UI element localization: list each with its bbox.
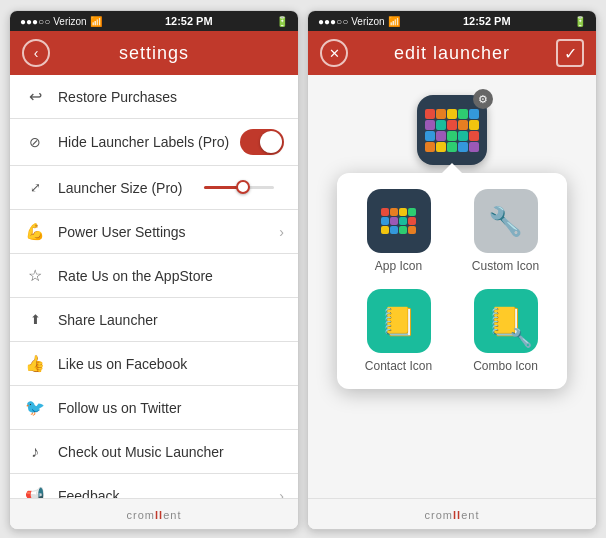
carrier-right: Verizon [351, 16, 384, 27]
twitter-icon: 🐦 [24, 397, 46, 419]
wifi-icon: 📶 [90, 16, 102, 27]
facebook-icon: 👍 [24, 353, 46, 375]
settings-item-power-user[interactable]: 💪 Power User Settings › [10, 210, 298, 254]
facebook-label: Like us on Facebook [58, 356, 284, 372]
combo-icon-option[interactable]: 📒 🔧 Combo Icon [460, 289, 551, 373]
toggle-hide-labels[interactable] [240, 129, 284, 155]
close-button[interactable]: ✕ [320, 39, 348, 67]
dot-17 [436, 142, 446, 152]
dot-13 [447, 131, 457, 141]
time-right: 12:52 PM [463, 15, 511, 27]
ag-dot-12 [408, 226, 416, 234]
signal-dots: ●●●○○ [20, 16, 50, 27]
back-button[interactable]: ‹ [22, 39, 50, 67]
wrench-icon: 🔧 [488, 205, 523, 238]
battery-icon: 🔋 [276, 16, 288, 27]
app-icon-preview [367, 189, 431, 253]
dot-3 [447, 109, 457, 119]
contact-icon-option[interactable]: 📒 Contact Icon [353, 289, 444, 373]
header-right-placeholder [258, 39, 286, 67]
ag-dot-2 [390, 208, 398, 216]
status-right-right: 🔋 [574, 16, 586, 27]
contact-icon-label: Contact Icon [365, 359, 432, 373]
settings-footer: cromllent [10, 498, 298, 529]
settings-item-restore[interactable]: ↩ Restore Purchases [10, 75, 298, 119]
dot-16 [425, 142, 435, 152]
ag-dot-10 [390, 226, 398, 234]
contact-icon-preview: 📒 [367, 289, 431, 353]
settings-item-twitter[interactable]: 🐦 Follow us on Twitter [10, 386, 298, 430]
gear-icon: ⚙ [478, 93, 488, 106]
app-icon-label: App Icon [375, 259, 422, 273]
custom-icon-label: Custom Icon [472, 259, 539, 273]
power-user-icon: 💪 [24, 221, 46, 243]
slider-thumb[interactable] [236, 180, 250, 194]
checkmark-icon: ✓ [564, 44, 577, 63]
settings-title: settings [50, 43, 258, 64]
settings-item-share[interactable]: ⬆ Share Launcher [10, 298, 298, 342]
settings-header: ‹ settings [10, 31, 298, 75]
hide-labels-icon: ⊘ [24, 131, 46, 153]
dot-6 [425, 120, 435, 130]
icon-chooser-panel: App Icon 🔧 Custom Icon 📒 Contact Icon [337, 173, 567, 389]
launcher-size-slider-container[interactable] [204, 186, 284, 189]
screens-wrapper: ●●●○○ Verizon 📶 12:52 PM 🔋 ‹ settings ↩ … [0, 0, 606, 538]
power-user-chevron: › [279, 224, 284, 240]
ag-dot-5 [381, 217, 389, 225]
status-left-right: ●●●○○ Verizon 📶 [318, 16, 400, 27]
gear-badge: ⚙ [473, 89, 493, 109]
edit-launcher-title: edit launcher [348, 43, 556, 64]
dot-10 [469, 120, 479, 130]
edit-launcher-footer: cromllent [308, 498, 596, 529]
dot-5 [469, 109, 479, 119]
dot-2 [436, 109, 446, 119]
toggle-switch-hide-labels[interactable] [240, 129, 284, 155]
dot-9 [458, 120, 468, 130]
brand-left: cromllent [127, 509, 182, 521]
twitter-label: Follow us on Twitter [58, 400, 284, 416]
ag-dot-4 [408, 208, 416, 216]
launcher-size-label: Launcher Size (Pro) [58, 180, 204, 196]
custom-icon-preview: 🔧 [474, 189, 538, 253]
dot-12 [436, 131, 446, 141]
dot-7 [436, 120, 446, 130]
restore-label: Restore Purchases [58, 89, 284, 105]
feedback-label: Feedback [58, 488, 279, 499]
launcher-size-icon: ⤢ [24, 177, 46, 199]
app-icon-grid [381, 208, 416, 234]
music-icon: ♪ [24, 441, 46, 463]
dot-4 [458, 109, 468, 119]
combo-icon-label: Combo Icon [473, 359, 538, 373]
power-user-label: Power User Settings [58, 224, 279, 240]
signal-dots-right: ●●●○○ [318, 16, 348, 27]
settings-item-hide-labels[interactable]: ⊘ Hide Launcher Labels (Pro) [10, 119, 298, 166]
status-left: ●●●○○ Verizon 📶 [20, 16, 102, 27]
settings-item-feedback[interactable]: 📢 Feedback › [10, 474, 298, 498]
dot-14 [458, 131, 468, 141]
settings-item-rate[interactable]: ☆ Rate Us on the AppStore [10, 254, 298, 298]
launcher-app-icon: ⚙ [417, 95, 487, 165]
settings-item-facebook[interactable]: 👍 Like us on Facebook [10, 342, 298, 386]
contact-icon-symbol: 📒 [381, 305, 416, 338]
checkmark-button[interactable]: ✓ [556, 39, 584, 67]
edit-launcher-body: ⚙ [308, 75, 596, 498]
settings-list: ↩ Restore Purchases ⊘ Hide Launcher Labe… [10, 75, 298, 498]
ag-dot-11 [399, 226, 407, 234]
edit-launcher-screen: ●●●○○ Verizon 📶 12:52 PM 🔋 ✕ edit launch… [307, 10, 597, 530]
music-label: Check out Music Launcher [58, 444, 284, 460]
feedback-chevron: › [279, 488, 284, 499]
ag-dot-8 [408, 217, 416, 225]
settings-screen: ●●●○○ Verizon 📶 12:52 PM 🔋 ‹ settings ↩ … [9, 10, 299, 530]
settings-item-launcher-size[interactable]: ⤢ Launcher Size (Pro) [10, 166, 298, 210]
launcher-size-slider[interactable] [204, 186, 284, 189]
custom-icon-option[interactable]: 🔧 Custom Icon [460, 189, 551, 273]
ag-dot-1 [381, 208, 389, 216]
wifi-icon-right: 📶 [388, 16, 400, 27]
brand-right: cromllent [425, 509, 480, 521]
time-left: 12:52 PM [165, 15, 213, 27]
back-icon: ‹ [34, 45, 39, 61]
app-icon-option[interactable]: App Icon [353, 189, 444, 273]
settings-item-music[interactable]: ♪ Check out Music Launcher [10, 430, 298, 474]
slider-track [204, 186, 274, 189]
dot-1 [425, 109, 435, 119]
